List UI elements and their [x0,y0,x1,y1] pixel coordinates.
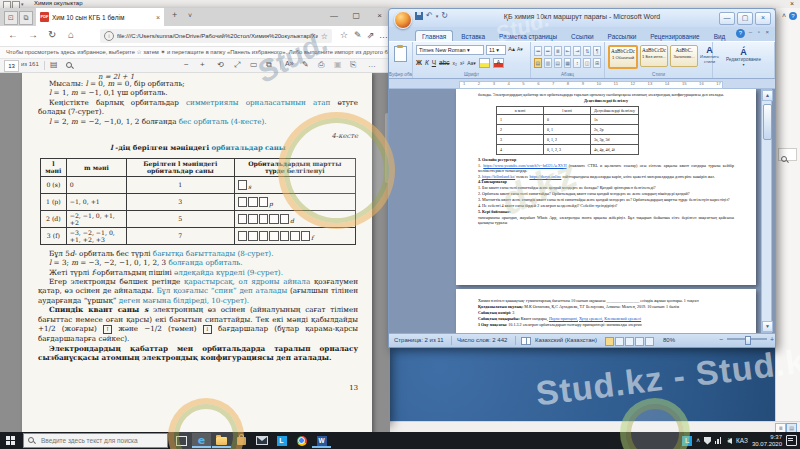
favorite-star-icon[interactable]: ☆ [321,32,328,41]
taskbar-word-icon[interactable]: W [312,433,331,448]
tab-Рецензирование[interactable]: Рецензирование [644,31,705,41]
minimize-button[interactable]: — [330,11,338,20]
multilevel-list-icon[interactable]: ≣ [554,46,562,56]
tab-list-chevron-icon[interactable]: ˅ [188,12,192,19]
bullets-icon[interactable]: ≔ [534,46,542,56]
line-spacing-icon[interactable]: ↕ [573,58,581,68]
network-icon[interactable] [715,437,723,444]
shrink-font-icon[interactable]: A▾ [517,45,523,55]
forward-icon[interactable]: → [28,29,38,40]
spellcheck-icon[interactable] [521,337,531,345]
view-buttons[interactable] [605,337,655,347]
zoom-in-icon[interactable]: + [770,336,774,343]
underline-button[interactable]: Ч [432,59,436,67]
tab-close-icon[interactable]: × [156,14,160,21]
zoom-out-icon[interactable]: − [719,336,723,343]
taskbar-mail-icon[interactable] [252,433,271,448]
tab-Рассылки[interactable]: Рассылки [602,31,643,41]
chevron-down-icon[interactable]: ▾ [21,1,27,7]
subscript-button[interactable]: x₂ [453,59,457,67]
hidden-icons-chevron[interactable]: ˄ [696,437,700,444]
page-info-icon[interactable]: i [104,31,114,41]
scroll-down-icon[interactable]: ▼ [762,321,773,332]
vertical-scrollbar[interactable]: ▲ ▼ [761,89,772,333]
pdf-viewport[interactable]: n = 2l + 1 Мысалы: l = 0, m = 0, бір орб… [0,73,390,443]
taskbar-l-app-icon[interactable]: L [272,433,291,448]
save-as-icon[interactable]: ⎘ [350,60,356,70]
start-button[interactable] [0,432,22,449]
scrollbar-thumb[interactable] [763,104,772,140]
help-icon[interactable]: ? [736,29,745,38]
action-center-icon[interactable] [786,435,797,446]
borders-icon[interactable]: ⊞ [593,58,601,68]
more-options-icon[interactable]: … [379,30,388,40]
ribbon-collapse-icon[interactable]: ˄ [782,12,786,19]
superscript-button[interactable]: x² [460,59,464,67]
taskbar-chrome-icon[interactable] [292,433,311,448]
task-view-button[interactable] [172,433,191,448]
zoom-slider-thumb[interactable] [745,336,751,345]
tab-Ссылки[interactable]: Ссылки [565,31,600,41]
paste-icon[interactable] [394,46,407,62]
tab-Вид[interactable]: Вид [708,31,732,41]
hub-icon[interactable]: ☆ [340,30,348,40]
document-window-controls[interactable]: – ▫ × [749,29,771,35]
url-field[interactable]: i file:///C:/Users/sunna/OneDrive/Рабочи… [100,29,332,43]
save-icon[interactable]: ▣ [334,60,342,69]
draw-icon[interactable]: ✎ [302,60,309,69]
page-indicator[interactable]: Страница: 2 из 11 [394,337,444,343]
language-indicator[interactable]: КАЗ [736,437,748,444]
document-page-2[interactable]: Химия пәнінен қашықтық- гуманитарлық бағ… [456,289,756,333]
security-shield-icon[interactable] [704,437,711,445]
fit-width-icon[interactable]: ⤢ [234,60,240,70]
office-button[interactable] [394,11,412,29]
scroll-up-icon[interactable]: ▲ [762,90,773,101]
new-tab-button[interactable]: + [172,10,177,20]
explorer-search-box[interactable] [778,148,797,161]
sort-icon[interactable]: ⇅ [583,46,591,56]
justify-icon[interactable]: ▦ [564,58,572,68]
help-icon[interactable]: ? [789,12,797,20]
maximize-button[interactable]: ▢ [352,11,360,20]
taskbar-store-icon[interactable] [232,433,251,448]
align-right-icon[interactable]: ▤ [554,58,562,68]
tab-preview-icon[interactable]: ⧉ [19,11,33,25]
thumbnails-icon[interactable]: ▤ [50,60,58,69]
url-text[interactable]: file:///C:/Users/sunna/OneDrive/Рабочий%… [117,33,318,39]
align-left-icon[interactable]: ▤ [534,58,542,68]
bold-button[interactable]: Ж [416,59,422,67]
close-button[interactable]: × [755,12,771,25]
numbering-icon[interactable]: ≕ [544,46,552,56]
web-note-pen-icon[interactable]: ✎ [354,30,362,40]
fit-page-icon[interactable]: ▭ [250,60,258,69]
page-number-input[interactable]: 13 [4,60,19,72]
clock[interactable]: 9:3730.07.2020 [752,434,782,448]
tab-Разметка страницы[interactable]: Разметка страницы [493,31,563,41]
style-card[interactable]: AaBbC.Заголово... [670,45,698,67]
style-card[interactable]: AaBbCcDc1 Обычный [608,45,638,69]
taskbar-explorer-icon[interactable] [212,433,231,448]
italic-button[interactable]: К [425,59,429,67]
taskbar-search-box[interactable] [23,433,168,448]
rotate-icon[interactable]: ⟲ [217,60,224,69]
home-icon[interactable]: ⌂ [68,29,74,40]
tab-Главная[interactable]: Главная [415,30,453,41]
grow-font-icon[interactable]: A▴ [508,45,515,55]
shading-icon[interactable]: ◫ [583,58,591,68]
find-in-document-icon[interactable] [66,62,73,69]
toolbar-more-icon[interactable]: … [368,60,376,69]
show-marks-icon[interactable]: ¶ [593,46,601,56]
change-case-button[interactable]: Aa▾ [467,59,476,67]
tabs-aside-icon[interactable]: ⊡ [4,11,18,25]
search-input[interactable] [39,436,163,445]
highlight-color-button[interactable] [479,58,490,68]
decrease-indent-icon[interactable]: ⇤ [564,46,572,56]
font-size-select[interactable]: 11 ▾ [486,45,506,55]
share-icon[interactable]: ⇗ [367,30,375,40]
align-center-icon[interactable]: ▥ [544,58,552,68]
style-card[interactable]: AaBbCcDc1 Без инте... [640,45,668,67]
close-button[interactable]: × [377,11,382,20]
explorer-close-icon[interactable]: × [790,0,794,7]
read-aloud-icon[interactable]: A» [285,60,294,67]
word-count[interactable]: Число слов: 2 442 [457,337,507,343]
